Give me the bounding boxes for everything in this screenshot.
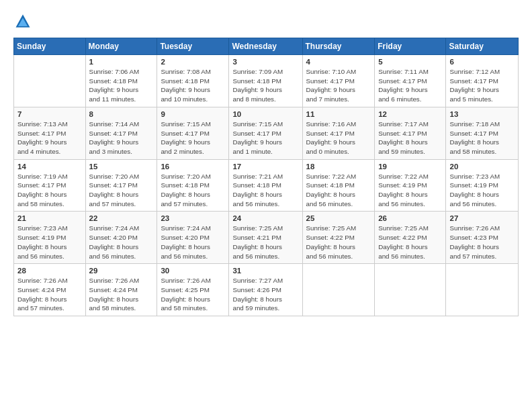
calendar-cell-w5d6 (375, 264, 446, 316)
calendar-header-sunday: Sunday (14, 38, 86, 55)
day-number: 9 (161, 110, 225, 118)
day-info: Sunrise: 7:26 AMSunset: 4:24 PMDaylight:… (89, 276, 154, 313)
logo (13, 12, 35, 31)
day-info: Sunrise: 7:20 AMSunset: 4:18 PMDaylight:… (161, 172, 225, 209)
calendar-cell-w3d1: 14Sunrise: 7:19 AMSunset: 4:17 PMDayligh… (14, 159, 86, 212)
day-info: Sunrise: 7:15 AMSunset: 4:17 PMDaylight:… (161, 120, 225, 156)
calendar-header-saturday: Saturday (446, 38, 519, 55)
calendar-cell-w3d3: 16Sunrise: 7:20 AMSunset: 4:18 PMDayligh… (157, 159, 229, 212)
day-info: Sunrise: 7:22 AMSunset: 4:19 PMDaylight:… (378, 172, 442, 209)
day-number: 15 (89, 163, 154, 171)
day-info: Sunrise: 7:21 AMSunset: 4:18 PMDaylight:… (232, 172, 298, 209)
header (13, 12, 519, 31)
calendar-cell-w5d7 (446, 264, 519, 316)
day-number: 25 (306, 214, 371, 222)
day-info: Sunrise: 7:26 AMSunset: 4:23 PMDaylight:… (449, 224, 515, 261)
day-info: Sunrise: 7:20 AMSunset: 4:17 PMDaylight:… (89, 172, 154, 209)
logo-icon (13, 12, 32, 31)
day-info: Sunrise: 7:18 AMSunset: 4:17 PMDaylight:… (449, 120, 515, 156)
day-number: 18 (306, 163, 371, 171)
day-number: 12 (378, 110, 442, 118)
day-info: Sunrise: 7:23 AMSunset: 4:19 PMDaylight:… (449, 172, 515, 209)
day-number: 24 (232, 214, 298, 222)
day-info: Sunrise: 7:10 AMSunset: 4:17 PMDaylight:… (306, 67, 371, 104)
day-number: 21 (17, 214, 82, 222)
calendar-header-friday: Friday (375, 38, 446, 55)
calendar-cell-w4d2: 22Sunrise: 7:24 AMSunset: 4:20 PMDayligh… (85, 212, 157, 264)
day-number: 31 (232, 267, 298, 275)
day-number: 2 (161, 58, 225, 66)
day-number: 16 (161, 163, 225, 171)
day-number: 29 (89, 267, 154, 275)
calendar-cell-w2d1: 7Sunrise: 7:13 AMSunset: 4:17 PMDaylight… (14, 107, 86, 159)
calendar-header-wednesday: Wednesday (229, 38, 302, 55)
calendar-cell-w5d2: 29Sunrise: 7:26 AMSunset: 4:24 PMDayligh… (85, 264, 157, 316)
calendar-cell-w4d7: 27Sunrise: 7:26 AMSunset: 4:23 PMDayligh… (446, 212, 519, 264)
day-info: Sunrise: 7:06 AMSunset: 4:18 PMDaylight:… (89, 67, 154, 104)
day-info: Sunrise: 7:09 AMSunset: 4:18 PMDaylight:… (232, 67, 298, 104)
calendar-cell-w3d7: 20Sunrise: 7:23 AMSunset: 4:19 PMDayligh… (446, 159, 519, 212)
day-number: 17 (232, 163, 298, 171)
calendar-cell-w1d5: 4Sunrise: 7:10 AMSunset: 4:17 PMDaylight… (302, 55, 375, 107)
day-number: 1 (89, 58, 154, 66)
day-info: Sunrise: 7:14 AMSunset: 4:17 PMDaylight:… (89, 120, 154, 156)
day-info: Sunrise: 7:08 AMSunset: 4:18 PMDaylight:… (161, 67, 225, 104)
calendar-cell-w3d4: 17Sunrise: 7:21 AMSunset: 4:18 PMDayligh… (229, 159, 302, 212)
calendar-cell-w4d6: 26Sunrise: 7:25 AMSunset: 4:22 PMDayligh… (375, 212, 446, 264)
day-number: 6 (449, 58, 515, 66)
calendar-week-1: 1Sunrise: 7:06 AMSunset: 4:18 PMDaylight… (14, 55, 519, 107)
day-number: 5 (378, 58, 442, 66)
day-number: 14 (17, 163, 82, 171)
calendar-cell-w2d3: 9Sunrise: 7:15 AMSunset: 4:17 PMDaylight… (157, 107, 229, 159)
day-number: 28 (17, 267, 82, 275)
calendar-cell-w5d3: 30Sunrise: 7:26 AMSunset: 4:25 PMDayligh… (157, 264, 229, 316)
calendar-header-thursday: Thursday (302, 38, 375, 55)
day-number: 23 (161, 214, 225, 222)
day-number: 7 (17, 110, 82, 118)
calendar-cell-w1d3: 2Sunrise: 7:08 AMSunset: 4:18 PMDaylight… (157, 55, 229, 107)
page: SundayMondayTuesdayWednesdayThursdayFrid… (0, 0, 532, 411)
day-info: Sunrise: 7:24 AMSunset: 4:20 PMDaylight:… (89, 224, 154, 261)
calendar-cell-w3d2: 15Sunrise: 7:20 AMSunset: 4:17 PMDayligh… (85, 159, 157, 212)
day-info: Sunrise: 7:26 AMSunset: 4:25 PMDaylight:… (161, 276, 225, 313)
calendar-cell-w1d2: 1Sunrise: 7:06 AMSunset: 4:18 PMDaylight… (85, 55, 157, 107)
day-info: Sunrise: 7:26 AMSunset: 4:24 PMDaylight:… (17, 276, 82, 313)
day-info: Sunrise: 7:16 AMSunset: 4:17 PMDaylight:… (306, 120, 371, 156)
calendar-week-5: 28Sunrise: 7:26 AMSunset: 4:24 PMDayligh… (14, 264, 519, 316)
day-info: Sunrise: 7:22 AMSunset: 4:18 PMDaylight:… (306, 172, 371, 209)
day-number: 8 (89, 110, 154, 118)
day-info: Sunrise: 7:24 AMSunset: 4:20 PMDaylight:… (161, 224, 225, 261)
day-info: Sunrise: 7:25 AMSunset: 4:22 PMDaylight:… (306, 224, 371, 261)
day-info: Sunrise: 7:27 AMSunset: 4:26 PMDaylight:… (232, 276, 298, 313)
day-number: 3 (232, 58, 298, 66)
calendar-cell-w4d3: 23Sunrise: 7:24 AMSunset: 4:20 PMDayligh… (157, 212, 229, 264)
calendar-week-2: 7Sunrise: 7:13 AMSunset: 4:17 PMDaylight… (14, 107, 519, 159)
day-info: Sunrise: 7:15 AMSunset: 4:17 PMDaylight:… (232, 120, 298, 156)
day-number: 11 (306, 110, 371, 118)
calendar-cell-w2d6: 12Sunrise: 7:17 AMSunset: 4:17 PMDayligh… (375, 107, 446, 159)
day-info: Sunrise: 7:19 AMSunset: 4:17 PMDaylight:… (17, 172, 82, 209)
calendar-cell-w2d2: 8Sunrise: 7:14 AMSunset: 4:17 PMDaylight… (85, 107, 157, 159)
day-number: 26 (378, 214, 442, 222)
day-number: 4 (306, 58, 371, 66)
day-info: Sunrise: 7:13 AMSunset: 4:17 PMDaylight:… (17, 120, 82, 156)
day-info: Sunrise: 7:25 AMSunset: 4:22 PMDaylight:… (378, 224, 442, 261)
calendar-header-monday: Monday (85, 38, 157, 55)
calendar-cell-w5d4: 31Sunrise: 7:27 AMSunset: 4:26 PMDayligh… (229, 264, 302, 316)
calendar-cell-w1d1 (14, 55, 86, 107)
calendar-header-row: SundayMondayTuesdayWednesdayThursdayFrid… (14, 38, 519, 55)
day-number: 30 (161, 267, 225, 275)
day-info: Sunrise: 7:17 AMSunset: 4:17 PMDaylight:… (378, 120, 442, 156)
calendar-table: SundayMondayTuesdayWednesdayThursdayFrid… (13, 38, 519, 316)
calendar-cell-w5d1: 28Sunrise: 7:26 AMSunset: 4:24 PMDayligh… (14, 264, 86, 316)
calendar-cell-w1d7: 6Sunrise: 7:12 AMSunset: 4:17 PMDaylight… (446, 55, 519, 107)
calendar-cell-w1d4: 3Sunrise: 7:09 AMSunset: 4:18 PMDaylight… (229, 55, 302, 107)
calendar-cell-w3d6: 19Sunrise: 7:22 AMSunset: 4:19 PMDayligh… (375, 159, 446, 212)
calendar-cell-w4d1: 21Sunrise: 7:23 AMSunset: 4:19 PMDayligh… (14, 212, 86, 264)
day-number: 20 (449, 163, 515, 171)
day-info: Sunrise: 7:12 AMSunset: 4:17 PMDaylight:… (449, 67, 515, 104)
calendar-cell-w1d6: 5Sunrise: 7:11 AMSunset: 4:17 PMDaylight… (375, 55, 446, 107)
calendar-week-4: 21Sunrise: 7:23 AMSunset: 4:19 PMDayligh… (14, 212, 519, 264)
calendar-week-3: 14Sunrise: 7:19 AMSunset: 4:17 PMDayligh… (14, 159, 519, 212)
day-info: Sunrise: 7:25 AMSunset: 4:21 PMDaylight:… (232, 224, 298, 261)
